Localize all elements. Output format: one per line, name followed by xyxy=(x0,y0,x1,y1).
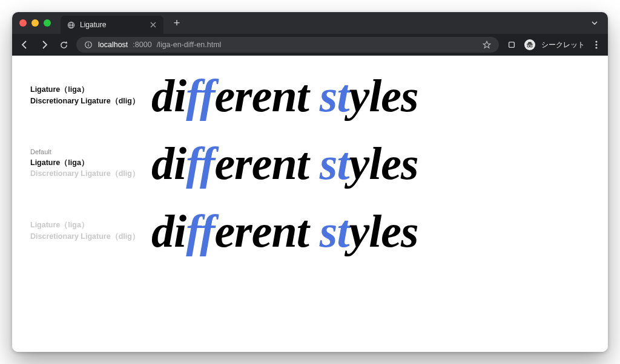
tab-title: Ligature xyxy=(80,21,144,29)
sample-text: different styles xyxy=(151,208,593,254)
label-line-1: Ligature（liga） xyxy=(30,219,145,231)
browser-tab[interactable]: Ligature xyxy=(61,16,163,34)
extensions-icon[interactable] xyxy=(505,38,518,51)
globe-icon xyxy=(67,21,75,29)
label-pretitle: Default xyxy=(30,147,145,157)
svg-point-15 xyxy=(595,44,597,45)
browser-window: Ligature + xyxy=(12,12,608,352)
site-info-icon[interactable] xyxy=(84,40,93,50)
svg-rect-9 xyxy=(509,42,515,48)
bookmark-star-icon[interactable] xyxy=(482,40,492,50)
sample-text: different styles xyxy=(151,140,593,186)
window-traffic-lights xyxy=(19,19,51,27)
forward-button[interactable] xyxy=(38,38,51,51)
browser-toolbar: localhost:8000/liga-en-diff-en.html xyxy=(12,34,608,56)
row-labels: Ligature（liga） Discretionary Ligature（dl… xyxy=(30,219,145,242)
sample-part: erent xyxy=(214,70,319,121)
tab-strip: Ligature + xyxy=(12,12,608,34)
sample-highlight: st xyxy=(320,70,349,121)
chevron-down-icon[interactable] xyxy=(589,17,601,29)
url-host: localhost xyxy=(98,41,128,49)
sample-text: different styles xyxy=(151,73,593,119)
tab-strip-right xyxy=(589,17,602,29)
close-window-button[interactable] xyxy=(19,19,27,27)
sample-highlight: ff xyxy=(186,70,214,121)
sample-part: di xyxy=(151,70,186,121)
label-line-1: Ligature（liga） xyxy=(30,157,145,169)
sample-part: di xyxy=(151,138,186,189)
svg-point-14 xyxy=(595,41,597,42)
reload-button[interactable] xyxy=(57,38,70,51)
svg-point-12 xyxy=(530,45,532,47)
sample-highlight: st xyxy=(320,138,349,189)
sample-part: erent xyxy=(214,206,319,256)
url-port: :8000 xyxy=(133,41,151,49)
label-line-2: Discretionary Ligature（dlig） xyxy=(30,168,145,180)
minimize-window-button[interactable] xyxy=(31,19,39,27)
new-tab-button[interactable]: + xyxy=(170,16,184,30)
sample-part: erent xyxy=(214,138,319,189)
svg-rect-10 xyxy=(527,44,533,45)
page-content: Ligature（liga） Discretionary Ligature（dl… xyxy=(12,56,608,352)
back-button[interactable] xyxy=(18,38,31,51)
toolbar-right: シークレット xyxy=(505,38,602,51)
row-labels: Default Ligature（liga） Discretionary Lig… xyxy=(30,147,145,180)
incognito-avatar-icon[interactable] xyxy=(524,39,535,50)
browser-menu-button[interactable] xyxy=(591,39,602,50)
browser-top-bar: Ligature + xyxy=(12,12,608,56)
sample-part: yles xyxy=(349,70,418,121)
sample-highlight: ff xyxy=(186,138,214,189)
sample-part: yles xyxy=(349,138,418,189)
sample-part: yles xyxy=(349,206,418,256)
svg-point-7 xyxy=(88,43,88,44)
incognito-label: シークレット xyxy=(541,40,585,50)
sample-row: Default Ligature（liga） Discretionary Lig… xyxy=(30,140,593,186)
address-bar[interactable]: localhost:8000/liga-en-diff-en.html xyxy=(76,37,499,53)
close-tab-button[interactable] xyxy=(149,21,157,29)
maximize-window-button[interactable] xyxy=(44,19,51,27)
svg-point-16 xyxy=(595,47,597,48)
sample-part: di xyxy=(151,206,186,256)
sample-row: Ligature（liga） Discretionary Ligature（dl… xyxy=(30,208,593,254)
row-labels: Ligature（liga） Discretionary Ligature（dl… xyxy=(30,84,145,107)
svg-marker-8 xyxy=(483,41,490,48)
url-path: /liga-en-diff-en.html xyxy=(157,41,222,49)
sample-row: Ligature（liga） Discretionary Ligature（dl… xyxy=(30,73,593,119)
sample-highlight: st xyxy=(320,206,349,256)
sample-highlight: ff xyxy=(186,206,214,256)
svg-point-11 xyxy=(527,45,530,47)
label-line-2: Discretionary Ligature（dlig） xyxy=(30,96,145,107)
label-line-1: Ligature（liga） xyxy=(30,84,145,96)
label-line-2: Discretionary Ligature（dlig） xyxy=(30,231,145,242)
